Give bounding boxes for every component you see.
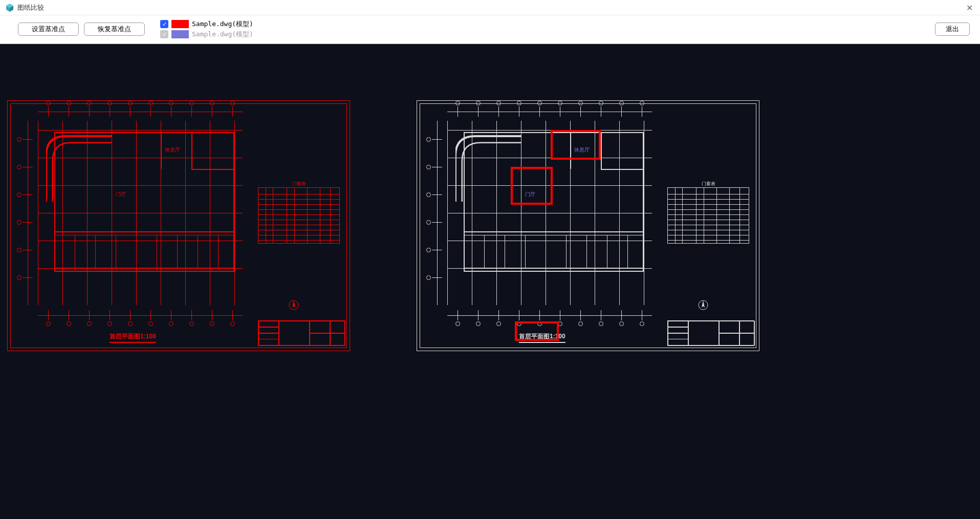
curved-wall (46, 132, 112, 206)
dims-left (432, 121, 442, 305)
dims-top (38, 106, 243, 117)
schedule-table: 门窗表 (258, 187, 340, 244)
legend-checkbox-2[interactable]: ✓ (160, 30, 168, 38)
restore-datum-button[interactable]: 恢复基准点 (84, 23, 145, 36)
titlebar: 图纸比较 ✕ (0, 0, 980, 15)
legend: ✓ Sample.dwg(模型) ✓ Sample.dwg(模型) (160, 19, 253, 39)
dims-left (23, 121, 33, 305)
left-drawing-panel[interactable]: 门厅 休息厅 门窗表 (7, 100, 350, 351)
titleblock (258, 320, 345, 346)
app-icon (5, 3, 14, 12)
dims-bottom (38, 310, 243, 320)
north-arrow-icon (289, 300, 299, 310)
drawing-title: 首层平面图1:100 (519, 332, 565, 343)
schedule-title: 门窗表 (668, 181, 749, 187)
north-arrow-icon (698, 300, 708, 310)
window-title: 图纸比较 (17, 3, 44, 12)
set-datum-button[interactable]: 设置基准点 (18, 23, 79, 36)
floorplan: 门厅 休息厅 (447, 121, 652, 305)
drawing-title-text: 首层平面图1:100 (110, 333, 156, 340)
room-label-hall: 门厅 (116, 191, 126, 198)
drawing-title: 首层平面图1:100 (110, 332, 156, 343)
toolbar: 设置基准点 恢复基准点 ✓ Sample.dwg(模型) ✓ Sample.dw… (0, 15, 980, 44)
curved-wall (455, 132, 521, 206)
legend-checkbox-1[interactable]: ✓ (160, 20, 168, 28)
right-drawing-panel[interactable]: 门厅 休息厅 门窗表 (417, 100, 759, 351)
legend-label-2: Sample.dwg(模型) (192, 30, 253, 39)
floorplan: 门厅 休息厅 (38, 121, 243, 305)
dims-top (447, 106, 652, 117)
legend-color-1 (171, 20, 189, 28)
room-label-hall: 门厅 (525, 191, 535, 198)
drawing-viewport[interactable]: 门厅 休息厅 门窗表 (0, 44, 980, 519)
schedule-title: 门窗表 (258, 181, 339, 187)
dims-bottom (447, 310, 652, 320)
titleblock (667, 320, 754, 346)
room-label-lounge: 休息厅 (165, 146, 180, 154)
legend-label-1: Sample.dwg(模型) (192, 19, 253, 29)
room-label-lounge: 休息厅 (574, 146, 590, 154)
legend-color-2 (171, 30, 189, 38)
schedule-table: 门窗表 (667, 187, 749, 244)
exit-button[interactable]: 退出 (935, 23, 970, 36)
legend-row-1: ✓ Sample.dwg(模型) (160, 19, 253, 29)
close-button[interactable]: ✕ (963, 3, 976, 13)
legend-row-2: ✓ Sample.dwg(模型) (160, 30, 253, 39)
drawing-title-text: 首层平面图1:100 (519, 333, 565, 340)
